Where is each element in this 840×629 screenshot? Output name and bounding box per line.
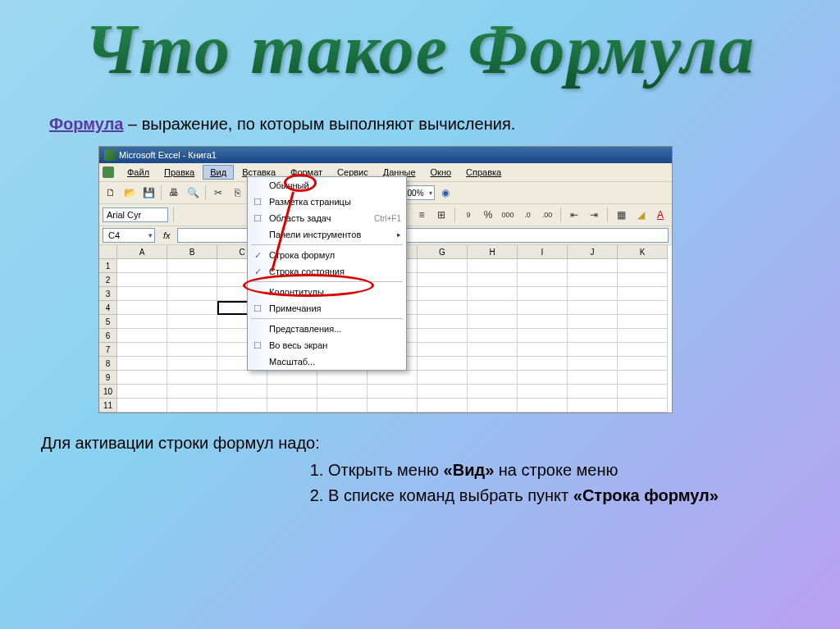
cell-G4[interactable] [418,301,468,315]
cell-F11[interactable] [368,399,418,412]
cell-A9[interactable] [117,371,167,385]
cut-icon[interactable]: ✂ [210,185,226,201]
cell-J10[interactable] [568,385,618,399]
new-icon[interactable]: 🗋 [103,185,119,201]
cell-A3[interactable] [117,287,167,301]
row-header-8[interactable]: 8 [99,357,117,371]
cell-J3[interactable] [568,287,618,301]
cell-I2[interactable] [518,273,568,287]
cell-E10[interactable] [317,385,368,399]
cell-J9[interactable] [568,371,618,385]
cell-H5[interactable] [468,315,518,329]
cell-D10[interactable] [267,385,317,399]
menu-item-примечания[interactable]: ☐Примечания [248,300,406,317]
cell-A6[interactable] [117,329,167,343]
font-name-box[interactable]: Arial Cyr [103,207,168,222]
borders-icon[interactable]: ▦ [613,207,629,223]
help-icon[interactable]: ◉ [437,185,454,201]
row-header-6[interactable]: 6 [99,329,117,343]
cell-K8[interactable] [618,357,668,371]
cell-B1[interactable] [167,259,217,273]
menu-item-во-весь-экран[interactable]: ☐Во весь экран [248,337,406,353]
cell-G7[interactable] [418,343,468,357]
row-header-4[interactable]: 4 [99,301,117,315]
column-header-H[interactable]: H [468,245,518,259]
row-header-5[interactable]: 5 [99,315,117,329]
cell-J7[interactable] [568,343,618,357]
menu-item-колонтитулы-[interactable]: Колонтитулы... [248,284,406,300]
decimal-inc-icon[interactable]: .0 [519,207,536,223]
menu-item-строка-состояния[interactable]: ✓Строка состояния [248,263,406,280]
cell-C10[interactable] [217,385,267,399]
menu-file[interactable]: Файл [121,166,156,179]
cell-G3[interactable] [418,287,468,301]
cell-I11[interactable] [518,399,568,412]
cell-H1[interactable] [468,259,518,273]
select-all-corner[interactable] [99,245,117,259]
cell-F9[interactable] [368,371,418,385]
cell-I9[interactable] [518,371,568,385]
align-right-icon[interactable]: ≡ [413,207,430,223]
menu-window[interactable]: Окно [424,166,459,179]
font-color-icon[interactable]: A [652,207,669,223]
cell-K2[interactable] [618,273,668,287]
menu-item-разметка-страницы[interactable]: ☐Разметка страницы [248,194,406,210]
column-header-G[interactable]: G [418,245,468,259]
cell-F10[interactable] [368,385,418,399]
cell-B9[interactable] [167,371,217,385]
cell-G5[interactable] [418,315,468,329]
cell-J1[interactable] [568,259,618,273]
cell-I6[interactable] [518,329,568,343]
cell-I8[interactable] [518,357,568,371]
save-icon[interactable]: 💾 [140,185,157,201]
column-header-I[interactable]: I [518,245,568,259]
cell-I3[interactable] [518,287,568,301]
cell-H8[interactable] [468,357,518,371]
cell-B8[interactable] [167,357,217,371]
menu-item-область-задач[interactable]: ☐Область задачCtrl+F1 [248,210,406,226]
fill-color-icon[interactable]: ◢ [632,207,649,223]
cell-C9[interactable] [217,371,267,385]
cell-K6[interactable] [618,329,668,343]
cell-H3[interactable] [468,287,518,301]
menu-help[interactable]: Справка [459,166,508,179]
indent-inc-icon[interactable]: ⇥ [586,207,602,223]
cell-A10[interactable] [117,385,167,399]
cell-K1[interactable] [618,259,668,273]
comma-icon[interactable]: 000 [500,207,516,223]
open-icon[interactable]: 📂 [121,185,138,201]
print-icon[interactable]: 🖶 [166,185,182,201]
cell-K4[interactable] [618,301,668,315]
currency-icon[interactable]: 9 [460,207,477,223]
cell-E11[interactable] [317,399,368,412]
cell-H6[interactable] [468,329,518,343]
merge-icon[interactable]: ⊞ [433,207,450,223]
menu-item-строка-формул[interactable]: ✓Строка формул [248,247,406,263]
cell-J4[interactable] [568,301,618,315]
cell-J6[interactable] [568,329,618,343]
cell-I4[interactable] [518,301,568,315]
cell-B11[interactable] [167,399,217,412]
column-header-J[interactable]: J [568,245,618,259]
cell-B5[interactable] [167,315,217,329]
cell-G6[interactable] [418,329,468,343]
cell-I10[interactable] [518,385,568,399]
row-header-11[interactable]: 11 [99,399,117,412]
cell-J11[interactable] [568,399,618,412]
cell-A7[interactable] [117,343,167,357]
cell-I5[interactable] [518,315,568,329]
cell-A11[interactable] [117,399,167,412]
column-header-B[interactable]: B [167,245,217,259]
cell-G1[interactable] [418,259,468,273]
cell-I1[interactable] [518,259,568,273]
cell-K5[interactable] [618,315,668,329]
cell-A2[interactable] [117,273,167,287]
cell-A1[interactable] [117,259,167,273]
copy-icon[interactable]: ⎘ [229,185,245,201]
menu-item-панели-инструментов[interactable]: Панели инструментов▸ [248,226,406,243]
cell-J5[interactable] [568,315,618,329]
percent-icon[interactable]: % [480,207,496,223]
menu-item-масштаб-[interactable]: Масштаб... [248,353,406,370]
row-header-7[interactable]: 7 [99,343,117,357]
cell-J2[interactable] [568,273,618,287]
